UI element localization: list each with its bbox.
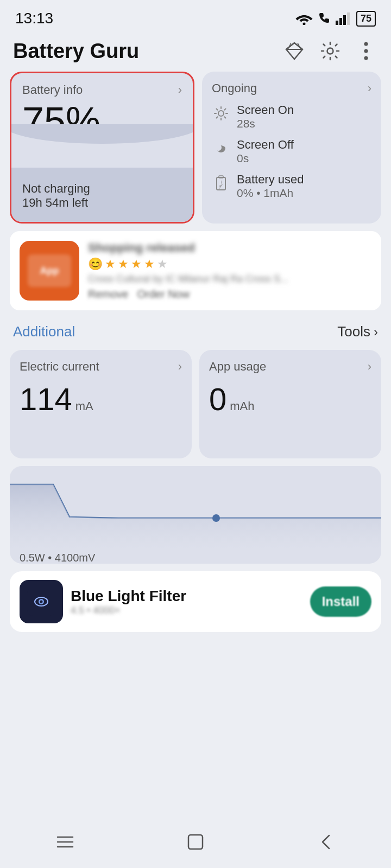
app-bar-icons xyxy=(282,39,378,63)
additional-tools-row: Additional Tools › xyxy=(0,318,391,346)
app-title: Battery Guru xyxy=(13,40,139,63)
app-bar: Battery Guru xyxy=(0,33,391,72)
svg-rect-1 xyxy=(336,21,338,25)
wifi-icon xyxy=(295,12,313,25)
chart-footer: 0.5W • 4100mV xyxy=(10,552,381,564)
electric-card-header: Electric current › xyxy=(20,360,182,374)
blf-icon-graphic xyxy=(27,588,55,616)
battery-info-arrow: › xyxy=(178,83,182,97)
app-usage-value: 0 xyxy=(209,384,226,415)
screen-off-value: 0s xyxy=(237,152,294,165)
gear-icon xyxy=(320,41,340,61)
ad-banner[interactable]: App Shopping released 😊 ★ ★ ★ ★ ★ Cross … xyxy=(10,231,381,310)
screen-on-row: Screen On 28s xyxy=(212,103,371,130)
home-square-icon xyxy=(186,832,205,852)
svg-rect-34 xyxy=(188,835,203,849)
status-icons: 75 xyxy=(295,11,376,27)
svg-point-0 xyxy=(302,23,305,25)
svg-line-23 xyxy=(217,117,218,118)
battery-level-text: 75 xyxy=(361,13,371,24)
battery-card-header: Battery info › xyxy=(22,83,182,97)
screen-off-texts: Screen Off 0s xyxy=(237,138,294,165)
blf-install-button[interactable]: Install xyxy=(310,586,371,617)
tools-button[interactable]: Tools › xyxy=(337,323,378,340)
svg-marker-5 xyxy=(286,43,302,59)
main-cards-row: Battery info › 75% Not charging 19h 54m … xyxy=(0,72,391,224)
nav-home-button[interactable] xyxy=(179,826,212,858)
battery-card[interactable]: Battery info › 75% Not charging 19h 54m … xyxy=(10,72,194,224)
nav-menu-button[interactable] xyxy=(49,826,81,858)
battery-charging-status: Not charging xyxy=(22,182,90,196)
electric-value: 114 xyxy=(20,384,72,415)
tools-label: Tools xyxy=(337,323,370,340)
navigation-bar xyxy=(0,816,391,868)
ad-remove-btn[interactable]: Remove xyxy=(88,288,128,301)
settings-button[interactable] xyxy=(318,39,342,63)
app-usage-value-row: 0 mAh xyxy=(209,384,371,415)
diamond-icon xyxy=(284,41,305,61)
battery-used-value: 0% • 1mAh xyxy=(237,187,304,200)
app-usage-label: App usage xyxy=(209,360,266,374)
ad-app-icon: App xyxy=(20,241,79,301)
app-usage-unit: mAh xyxy=(230,399,254,413)
ongoing-card-header: Ongoing › xyxy=(212,81,371,95)
electric-chart xyxy=(10,474,381,550)
signal-icon xyxy=(336,12,352,25)
svg-point-26 xyxy=(212,514,220,522)
chart-card[interactable]: 0.5W • 4100mV xyxy=(10,466,381,564)
svg-point-13 xyxy=(364,49,368,53)
svg-rect-24 xyxy=(217,177,225,190)
svg-rect-4 xyxy=(347,12,350,25)
ad-title: Shopping released xyxy=(88,241,371,255)
blf-app-icon xyxy=(20,580,63,623)
svg-rect-3 xyxy=(343,15,346,25)
svg-point-15 xyxy=(218,111,224,116)
additional-label: Additional xyxy=(13,323,75,340)
more-vertical-icon xyxy=(363,41,369,61)
battery-indicator: 75 xyxy=(356,11,376,27)
status-time: 13:13 xyxy=(15,10,53,27)
battery-used-icon xyxy=(212,174,230,192)
battery-used-texts: Battery used 0% • 1mAh xyxy=(237,173,304,200)
svg-line-21 xyxy=(224,117,225,118)
ad-stars: 😊 ★ ★ ★ ★ ★ xyxy=(88,257,371,271)
svg-point-11 xyxy=(327,48,333,54)
call-icon xyxy=(317,12,331,25)
battery-used-row: Battery used 0% • 1mAh xyxy=(212,173,371,200)
more-button[interactable] xyxy=(354,39,378,63)
screen-on-icon xyxy=(212,104,230,123)
ad-order-btn[interactable]: Order Now xyxy=(137,288,190,301)
ongoing-arrow: › xyxy=(368,81,371,95)
electric-current-card[interactable]: Electric current › 114 mA xyxy=(10,350,192,458)
blf-subtitle: 4.5 • 4000+ xyxy=(71,605,302,616)
electric-value-row: 114 mA xyxy=(20,384,182,415)
app-usage-header: App usage › xyxy=(209,360,371,374)
ongoing-label: Ongoing xyxy=(212,81,257,95)
ad-bottom-banner[interactable]: Blue Light Filter 4.5 • 4000+ Install xyxy=(10,571,381,632)
ad-action-buttons: Remove Order Now xyxy=(88,288,371,301)
electric-label: Electric current xyxy=(20,360,99,374)
svg-point-14 xyxy=(364,56,368,60)
svg-line-20 xyxy=(217,109,218,110)
ongoing-card[interactable]: Ongoing › Screen On 28s xyxy=(202,72,381,224)
metrics-cards-row: Electric current › 114 mA App usage › 0 … xyxy=(0,350,391,458)
svg-point-12 xyxy=(364,42,368,46)
battery-info-label: Battery info xyxy=(22,83,83,97)
nav-back-button[interactable] xyxy=(310,826,342,858)
screen-on-value: 28s xyxy=(237,117,294,130)
app-usage-card[interactable]: App usage › 0 mAh xyxy=(199,350,381,458)
back-arrow-icon xyxy=(318,832,333,852)
screen-on-texts: Screen On 28s xyxy=(237,103,294,130)
blf-title: Blue Light Filter xyxy=(71,588,302,605)
svg-rect-2 xyxy=(339,18,342,25)
app-usage-arrow: › xyxy=(368,360,371,374)
ad-description: Cross Cultural by IC Milanur Raj Ra Cros… xyxy=(88,273,371,285)
ad-content: Shopping released 😊 ★ ★ ★ ★ ★ Cross Cult… xyxy=(88,241,371,301)
screen-off-icon xyxy=(212,139,230,157)
electric-unit: mA xyxy=(75,399,93,413)
premium-button[interactable] xyxy=(282,39,306,63)
screen-on-title: Screen On xyxy=(237,103,294,117)
battery-used-title: Battery used xyxy=(237,173,304,187)
status-bar: 13:13 75 xyxy=(0,0,391,33)
blf-text: Blue Light Filter 4.5 • 4000+ xyxy=(71,588,302,616)
